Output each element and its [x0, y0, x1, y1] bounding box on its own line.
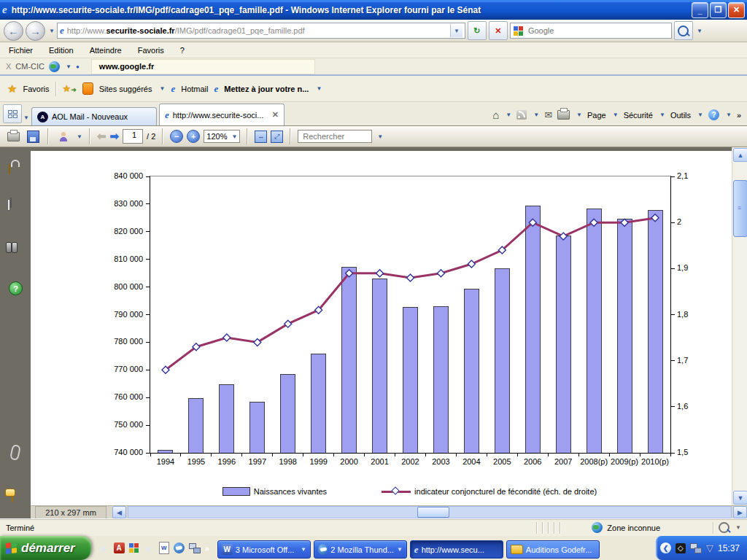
- rss-icon[interactable]: [516, 110, 527, 120]
- stop-button[interactable]: ✕: [489, 21, 508, 40]
- tray-network-icon[interactable]: [690, 543, 702, 553]
- home-dropdown-icon[interactable]: ▼: [506, 112, 511, 118]
- tab-close-icon[interactable]: ✕: [272, 110, 279, 120]
- quick-tabs-button[interactable]: [3, 104, 22, 123]
- pdf-zoom-select[interactable]: 120%▼: [204, 130, 240, 143]
- home-icon[interactable]: ⌂: [492, 109, 499, 121]
- pdf-print-button[interactable]: [5, 128, 21, 144]
- menu-atteindre[interactable]: Atteindre: [90, 46, 122, 55]
- tab-list-dropdown-icon[interactable]: ▼: [23, 114, 29, 121]
- task-thunderbird-button[interactable]: 2 Mozilla Thund... ▼: [314, 540, 407, 559]
- pdf-fit-page-button[interactable]: ⤢: [271, 131, 283, 143]
- print-dropdown-icon[interactable]: ▼: [576, 112, 582, 118]
- quicklaunch-thunderbird-icon[interactable]: [174, 542, 185, 553]
- page-menu[interactable]: Page: [587, 111, 606, 120]
- pdf-previous-page-button[interactable]: ⬅: [97, 130, 107, 143]
- back-button[interactable]: ←: [4, 21, 23, 41]
- pdf-zoom-in-button[interactable]: +: [187, 130, 200, 143]
- vertical-scrollbar[interactable]: ▲ ▼: [732, 147, 747, 505]
- pdf-collaborate-button[interactable]: [55, 128, 71, 144]
- scroll-right-arrow[interactable]: ▶: [733, 506, 747, 518]
- tools-menu[interactable]: Outils: [670, 111, 691, 120]
- pdf-page-input[interactable]: [123, 130, 145, 140]
- quicklaunch-ie-icon[interactable]: e: [98, 542, 109, 554]
- mail-icon[interactable]: ✉: [544, 109, 552, 120]
- task-ie-button[interactable]: e http://www.secu...: [410, 540, 503, 559]
- security-menu[interactable]: Sécurité: [624, 111, 653, 120]
- quicklaunch-word-icon[interactable]: W: [159, 542, 169, 554]
- cmcic-dropdown-icon[interactable]: ▼: [66, 63, 71, 70]
- close-button[interactable]: ✕: [728, 2, 745, 18]
- security-lock-icon[interactable]: [9, 164, 10, 174]
- add-favorite-icon[interactable]: ★➜: [63, 83, 77, 94]
- toolbar-close-icon[interactable]: X: [6, 62, 11, 71]
- help-dropdown-icon[interactable]: ▼: [726, 112, 732, 118]
- search-box[interactable]: [510, 23, 672, 39]
- tools-dropdown-icon[interactable]: ▼: [697, 112, 703, 118]
- history-dropdown-icon[interactable]: ▼: [49, 28, 55, 34]
- update-dropdown-icon[interactable]: ▼: [316, 85, 322, 92]
- collaborate-dropdown-icon[interactable]: ▼: [77, 133, 82, 140]
- help-icon[interactable]: ?: [708, 109, 719, 120]
- tab-aol-mail[interactable]: A AOL Mail - Nouveaux: [31, 107, 157, 125]
- tray-diamond-icon[interactable]: ◇: [676, 543, 686, 553]
- menu-favoris[interactable]: Favoris: [138, 46, 164, 55]
- pdf-page-number-field[interactable]: [123, 129, 143, 144]
- comments-icon[interactable]: [12, 492, 13, 502]
- suggested-dropdown-icon[interactable]: ▼: [159, 85, 165, 92]
- attachments-paperclip-icon[interactable]: [9, 444, 21, 461]
- menu-help[interactable]: ?: [180, 46, 185, 55]
- pdf-next-page-button[interactable]: ➡: [110, 130, 120, 143]
- update-button[interactable]: Mettez à jour votre n...: [224, 85, 309, 93]
- pdf-find-field[interactable]: [298, 130, 372, 143]
- scroll-up-arrow[interactable]: ▲: [733, 148, 747, 162]
- rss-dropdown-icon[interactable]: ▼: [533, 112, 539, 118]
- pdf-zoom-out-button[interactable]: −: [170, 130, 183, 143]
- x-axis-tick: [640, 453, 640, 456]
- task-folder-button[interactable]: Auditions Godefr...: [506, 540, 600, 559]
- pdf-find-input[interactable]: [301, 131, 368, 141]
- security-dropdown-icon[interactable]: ▼: [659, 112, 665, 118]
- task-word-button[interactable]: W 3 Microsoft Off... ▼: [217, 540, 311, 559]
- pdf-save-button[interactable]: [25, 128, 41, 144]
- tray-antivirus-icon[interactable]: ▽: [706, 542, 713, 553]
- menu-fichier[interactable]: Fichier: [9, 46, 33, 55]
- address-bar[interactable]: e http://www.securite-sociale.fr/IMG/pdf…: [57, 23, 465, 39]
- reader-help-icon[interactable]: ?: [9, 281, 23, 295]
- quicklaunch-google-icon[interactable]: [129, 543, 139, 553]
- tab-securite-sociale[interactable]: e http://www.securite-soci... ✕: [159, 104, 285, 125]
- print-icon[interactable]: [557, 110, 570, 120]
- refresh-button[interactable]: ↻: [468, 21, 487, 40]
- favoris-button[interactable]: Favoris: [23, 85, 49, 93]
- page-zoom-dropdown-icon[interactable]: ▼: [735, 524, 741, 531]
- pdf-fit-width-button[interactable]: ↔: [255, 131, 267, 143]
- scroll-down-arrow[interactable]: ▼: [733, 491, 747, 505]
- quicklaunch-acrobat-icon[interactable]: A: [114, 542, 125, 553]
- overflow-chevron[interactable]: »: [737, 111, 741, 120]
- minimize-button[interactable]: _: [692, 2, 708, 18]
- restore-button[interactable]: ❐: [710, 2, 727, 18]
- tray-collapse-chevron[interactable]: ❮: [660, 542, 671, 553]
- page-zoom-icon[interactable]: [719, 522, 729, 533]
- address-dropdown[interactable]: ▼: [450, 24, 462, 37]
- quicklaunch-ie2-icon[interactable]: e: [143, 542, 155, 554]
- scroll-left-arrow[interactable]: ◀: [112, 506, 126, 518]
- start-button[interactable]: démarrer: [0, 536, 91, 560]
- quicklaunch-network-icon[interactable]: [189, 543, 201, 553]
- pages-panel-icon[interactable]: [10, 198, 12, 208]
- google-site-field[interactable]: www.google.fr: [91, 59, 315, 74]
- forward-button[interactable]: →: [26, 21, 45, 41]
- page-dropdown-icon[interactable]: ▼: [613, 112, 619, 118]
- menu-edition[interactable]: Edition: [49, 46, 74, 55]
- diamond-marker: [468, 260, 475, 268]
- suggested-sites-button[interactable]: Sites suggérés: [99, 85, 152, 93]
- search-dropdown-icon[interactable]: ▼: [697, 28, 703, 34]
- horizontal-scrollbar[interactable]: [128, 506, 732, 518]
- vertical-scroll-thumb[interactable]: [733, 180, 747, 237]
- search-go-button[interactable]: [674, 21, 693, 40]
- hotmail-button[interactable]: Hotmail: [181, 85, 208, 93]
- quicklaunch-overflow-chevron[interactable]: »: [205, 544, 209, 553]
- horizontal-scroll-thumb[interactable]: [417, 507, 449, 518]
- search-input[interactable]: [527, 26, 668, 36]
- find-dropdown-icon[interactable]: ▼: [377, 133, 383, 140]
